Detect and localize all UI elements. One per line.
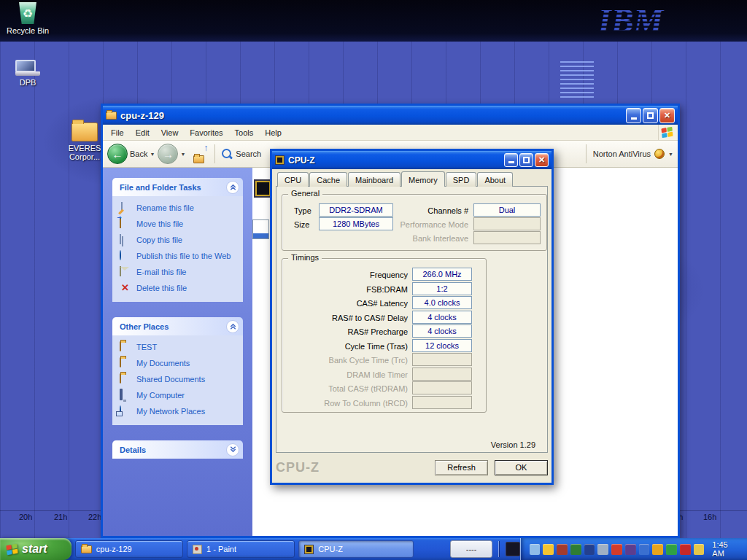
menu-item-view[interactable]: View xyxy=(155,126,185,139)
general-groupbox: General Type DDR2-SDRAM Size 1280 MBytes… xyxy=(282,194,547,251)
folder-icon xyxy=(81,545,92,553)
task-move-this-file[interactable]: Move this file xyxy=(120,219,236,229)
taskbar-button-dashes[interactable]: ---- xyxy=(450,540,492,558)
tray-icon[interactable] xyxy=(639,544,650,555)
channels-value: Dual xyxy=(473,203,541,217)
ok-button[interactable]: OK xyxy=(495,460,548,475)
menu-item-help[interactable]: Help xyxy=(259,126,287,139)
window-title: cpu-z-129 xyxy=(120,110,622,121)
tab-about[interactable]: About xyxy=(477,172,513,187)
chevron-up-icon[interactable] xyxy=(226,181,239,194)
tray-icon[interactable] xyxy=(543,544,554,555)
menu-item-edit[interactable]: Edit xyxy=(130,126,155,139)
minimize-button[interactable] xyxy=(504,153,518,167)
cpuz-titlebar[interactable]: CPU-Z ✕ xyxy=(272,151,551,169)
shared-documents-icon xyxy=(120,373,121,384)
task-rename-this-file[interactable]: Rename this file xyxy=(120,203,236,213)
tray-icon[interactable] xyxy=(584,544,595,555)
chevron-up-icon[interactable] xyxy=(226,320,239,333)
taskbar-dark-icon[interactable] xyxy=(506,542,520,556)
chevron-down-icon[interactable] xyxy=(226,443,239,456)
tray-icon[interactable] xyxy=(666,544,677,555)
task-email-this-file[interactable]: E-mail this file xyxy=(120,267,236,277)
publish-web-icon xyxy=(120,250,121,260)
desktop-icon-dpb[interactable]: DPB xyxy=(4,60,51,87)
task-copy-this-file[interactable]: Copy this file xyxy=(120,235,236,245)
timezone-label: 16h xyxy=(703,513,716,521)
frequency-label: Frequency xyxy=(285,268,408,281)
norton-antivirus-button[interactable]: Norton AntiVirus ▼ xyxy=(583,144,673,163)
tray-icon[interactable] xyxy=(652,544,663,555)
taskbar-button-paint[interactable]: 1 - Paint xyxy=(187,540,295,558)
total-cas-label: Total CAS# (tRDRAM) xyxy=(285,382,408,395)
menu-item-file[interactable]: File xyxy=(105,126,130,139)
taskbar: start cpu-z-129 1 - Paint CPU-Z ---- 1:4… xyxy=(0,538,747,560)
tray-icon[interactable] xyxy=(570,544,581,555)
tab-spd[interactable]: SPD xyxy=(446,172,477,187)
tab-mainboard[interactable]: Mainboard xyxy=(348,172,400,187)
menu-item-tools[interactable]: Tools xyxy=(229,126,260,139)
ras-to-cas-label: RAS# to CAS# Delay xyxy=(285,311,408,324)
forward-dropdown-icon[interactable]: ▼ xyxy=(180,152,185,157)
panel-header-file-tasks[interactable]: File and Folder Tasks xyxy=(112,178,243,196)
tray-icon[interactable] xyxy=(530,544,541,555)
place-my-computer[interactable]: My Computer xyxy=(120,390,236,400)
window-title: CPU-Z xyxy=(288,155,500,166)
folder-icon xyxy=(71,122,98,141)
menu-item-favorites[interactable]: Favorites xyxy=(184,126,228,139)
up-button[interactable]: ↑ xyxy=(188,144,209,163)
close-button[interactable]: ✕ xyxy=(659,108,675,123)
refresh-button[interactable]: Refresh xyxy=(435,460,488,475)
search-button[interactable]: Search xyxy=(221,148,261,160)
file-icon[interactable] xyxy=(252,219,269,239)
move-icon xyxy=(120,218,121,228)
tray-icon[interactable] xyxy=(597,544,608,555)
tab-memory[interactable]: Memory xyxy=(401,171,445,187)
tray-icon[interactable] xyxy=(611,544,622,555)
back-dropdown-icon[interactable]: ▼ xyxy=(150,152,155,157)
panel-other-places: Other Places TEST My Documents xyxy=(112,317,243,425)
place-my-documents[interactable]: My Documents xyxy=(120,358,236,368)
tray-icon[interactable] xyxy=(680,544,691,555)
windows-logo-icon xyxy=(658,125,676,140)
cpuz-app-icon xyxy=(275,155,285,165)
back-button[interactable]: ← Back ▼ xyxy=(107,144,155,164)
timings-groupbox: Timings Frequency 266.0 MHz FSB:DRAM 1:2… xyxy=(282,258,487,413)
explorer-titlebar[interactable]: cpu-z-129 ✕ xyxy=(103,106,678,125)
place-shared-documents[interactable]: Shared Documents xyxy=(120,374,236,384)
taskbar-button-cpu-z-129[interactable]: cpu-z-129 xyxy=(75,540,183,558)
desktop-icon-label: DPB xyxy=(4,78,51,87)
tray-icon[interactable] xyxy=(625,544,636,555)
place-test[interactable]: TEST xyxy=(120,342,236,352)
taskbar-button-cpuz[interactable]: CPU-Z xyxy=(298,540,414,558)
panel-header-details[interactable]: Details xyxy=(112,440,243,459)
place-my-network-places[interactable]: My Network Places xyxy=(120,406,236,416)
row-to-column-label: Row To Column (tRCD) xyxy=(285,397,408,410)
close-button[interactable]: ✕ xyxy=(535,153,549,167)
taskbar-clock[interactable]: 1:45 AM xyxy=(712,540,741,558)
minimize-button[interactable] xyxy=(626,108,641,123)
tab-cpu[interactable]: CPU xyxy=(277,172,309,187)
desktop-icon-label: Recycle Bin xyxy=(4,26,51,35)
norton-dropdown-icon[interactable]: ▼ xyxy=(668,152,673,157)
start-button[interactable]: start xyxy=(0,538,71,560)
task-publish-to-web[interactable]: Publish this file to the Web xyxy=(120,251,236,261)
forward-button[interactable]: → ▼ xyxy=(158,144,185,164)
panel-header-other-places[interactable]: Other Places xyxy=(112,317,243,335)
performance-mode-value xyxy=(473,217,541,230)
type-label: Type xyxy=(294,204,317,217)
desktop-icon-recycle-bin[interactable]: ♻ Recycle Bin xyxy=(4,2,51,35)
tray-icon[interactable] xyxy=(694,544,705,555)
back-icon: ← xyxy=(107,144,128,164)
folder-icon xyxy=(106,112,117,120)
task-delete-this-file[interactable]: ✕ Delete this file xyxy=(120,283,236,293)
paint-icon xyxy=(193,545,202,554)
maximize-button[interactable] xyxy=(519,153,533,167)
forward-icon: → xyxy=(158,144,178,164)
bank-interleave-label: Bank Interleave xyxy=(377,232,468,245)
row-to-column-value xyxy=(412,396,472,409)
maximize-button[interactable] xyxy=(643,108,658,123)
tab-cache[interactable]: Cache xyxy=(309,172,347,187)
tray-icon[interactable] xyxy=(557,544,568,555)
cycle-time-label: Cycle Time (Tras) xyxy=(285,340,408,353)
